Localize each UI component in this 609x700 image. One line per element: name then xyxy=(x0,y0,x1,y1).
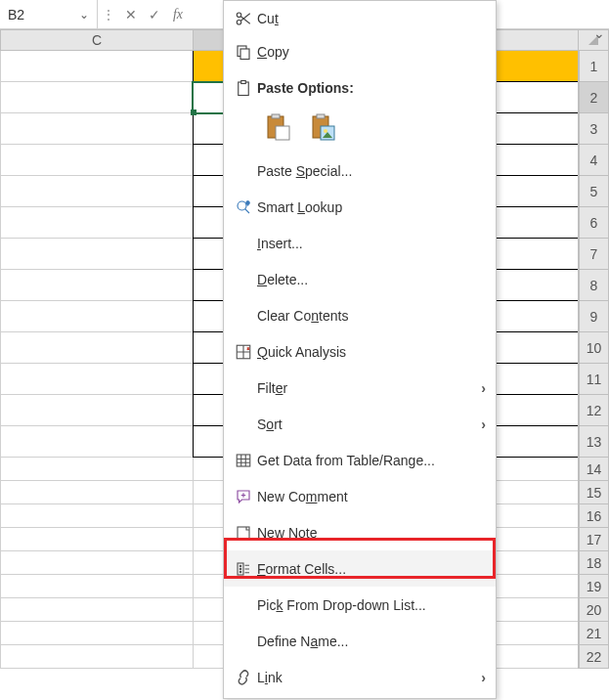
paste-options-row xyxy=(224,106,496,153)
name-box[interactable]: B2 ⌄ xyxy=(0,0,98,28)
menu-new-note[interactable]: New Note xyxy=(224,514,496,550)
row-header-22[interactable]: 22 xyxy=(579,645,609,669)
menu-cut[interactable]: Cut xyxy=(224,4,496,33)
row-header-21[interactable]: 21 xyxy=(579,622,609,645)
svg-point-12 xyxy=(324,129,327,133)
formula-bar-expand-icon[interactable]: ⌄ xyxy=(593,25,605,41)
menu-insert[interactable]: Insert... xyxy=(224,225,496,261)
menu-new-note-label: New Note xyxy=(257,525,486,541)
cell[interactable] xyxy=(0,645,193,669)
menu-get-data-label: Get Data from Table/Range... xyxy=(257,453,486,468)
svg-text:i: i xyxy=(247,200,248,205)
menu-sort[interactable]: Sort › xyxy=(224,406,496,442)
format-cells-icon xyxy=(230,560,257,578)
menu-clear-contents-label: Clear Contents xyxy=(257,308,486,324)
cell[interactable] xyxy=(0,113,193,145)
cell[interactable] xyxy=(0,270,193,301)
cell[interactable] xyxy=(0,481,193,504)
cell[interactable] xyxy=(0,528,193,551)
row-header-7[interactable]: 7 xyxy=(579,239,609,270)
row-header-4[interactable]: 4 xyxy=(579,145,609,176)
menu-define-name[interactable]: Define Name... xyxy=(224,623,496,659)
row-header-19[interactable]: 19 xyxy=(579,575,609,598)
row-header-5[interactable]: 5 xyxy=(579,176,609,207)
row-header-8[interactable]: 8 xyxy=(579,270,609,301)
menu-pick-list[interactable]: Pick From Drop-down List... xyxy=(224,587,496,623)
cell[interactable] xyxy=(0,622,193,645)
svg-rect-7 xyxy=(272,114,280,118)
column-header-c[interactable]: C xyxy=(0,29,193,51)
cell[interactable] xyxy=(0,176,193,207)
cell[interactable] xyxy=(0,504,193,528)
cell[interactable] xyxy=(0,145,193,176)
quick-analysis-icon xyxy=(230,343,257,361)
cell[interactable] xyxy=(0,458,193,481)
menu-define-name-label: Define Name... xyxy=(257,634,486,649)
svg-point-22 xyxy=(239,571,241,573)
cell[interactable] xyxy=(0,598,193,622)
cell[interactable] xyxy=(0,332,193,364)
row-header-1[interactable]: 1 xyxy=(579,51,609,82)
cell[interactable] xyxy=(0,239,193,270)
paste-picture-button[interactable] xyxy=(308,111,339,143)
row-header-14[interactable]: 14 xyxy=(579,458,609,481)
svg-rect-5 xyxy=(241,80,246,83)
formula-bar-separator: ⋮ xyxy=(98,7,119,22)
row-header-20[interactable]: 20 xyxy=(579,598,609,622)
enter-formula-icon[interactable]: ✓ xyxy=(143,0,166,28)
menu-insert-label: Insert... xyxy=(257,236,486,251)
menu-paste-special[interactable]: Paste Special... xyxy=(224,153,496,189)
cell[interactable] xyxy=(0,301,193,332)
cell[interactable] xyxy=(0,551,193,575)
cell[interactable] xyxy=(0,395,193,426)
svg-rect-3 xyxy=(240,49,249,60)
row-header-3[interactable]: 3 xyxy=(579,113,609,145)
menu-paste-options: Paste Options: xyxy=(224,69,496,106)
cell[interactable] xyxy=(0,364,193,395)
comment-icon xyxy=(230,488,257,505)
paste-default-button[interactable] xyxy=(263,111,294,143)
name-box-value: B2 xyxy=(8,7,24,22)
svg-point-0 xyxy=(237,13,241,18)
menu-new-comment[interactable]: New Comment xyxy=(224,478,496,514)
menu-copy[interactable]: Copy xyxy=(224,33,496,69)
link-icon xyxy=(230,669,257,686)
cancel-formula-icon[interactable]: ✕ xyxy=(119,0,143,28)
svg-point-1 xyxy=(237,21,241,25)
row-header-18[interactable]: 18 xyxy=(579,551,609,575)
cell[interactable] xyxy=(0,51,193,82)
menu-delete[interactable]: Delete... xyxy=(224,261,496,297)
row-header-13[interactable]: 13 xyxy=(579,426,609,458)
row-header-9[interactable]: 9 xyxy=(579,301,609,332)
menu-format-cells[interactable]: Format Cells... xyxy=(224,550,496,587)
menu-filter[interactable]: Filter › xyxy=(224,370,496,406)
menu-clear-contents[interactable]: Clear Contents xyxy=(224,297,496,333)
menu-link[interactable]: Link › xyxy=(224,659,496,695)
row-header-10[interactable]: 10 xyxy=(579,332,609,364)
menu-new-comment-label: New Comment xyxy=(257,489,486,504)
row-header-12[interactable]: 12 xyxy=(579,395,609,426)
fx-icon[interactable]: fx xyxy=(166,0,190,28)
cell[interactable] xyxy=(0,575,193,598)
menu-cut-label: Cut xyxy=(257,11,486,26)
row-header-2[interactable]: 2 xyxy=(579,82,609,113)
menu-pick-list-label: Pick From Drop-down List... xyxy=(257,597,486,613)
chevron-right-icon: › xyxy=(481,670,486,685)
svg-rect-8 xyxy=(276,126,289,140)
name-box-chevron-down-icon[interactable]: ⌄ xyxy=(79,8,89,22)
svg-rect-10 xyxy=(317,114,325,118)
cell[interactable] xyxy=(0,82,193,113)
menu-quick-analysis[interactable]: Quick Analysis xyxy=(224,333,496,370)
row-header-6[interactable]: 6 xyxy=(579,207,609,239)
smart-lookup-icon: i xyxy=(230,198,257,216)
row-header-17[interactable]: 17 xyxy=(579,528,609,551)
copy-icon xyxy=(230,43,257,61)
menu-smart-lookup[interactable]: i Smart Lookup xyxy=(224,189,496,225)
row-header-11[interactable]: 11 xyxy=(579,364,609,395)
note-icon xyxy=(230,524,257,542)
row-header-15[interactable]: 15 xyxy=(579,481,609,504)
row-header-16[interactable]: 16 xyxy=(579,504,609,528)
menu-get-data[interactable]: Get Data from Table/Range... xyxy=(224,442,496,478)
cell[interactable] xyxy=(0,207,193,239)
cell[interactable] xyxy=(0,426,193,458)
